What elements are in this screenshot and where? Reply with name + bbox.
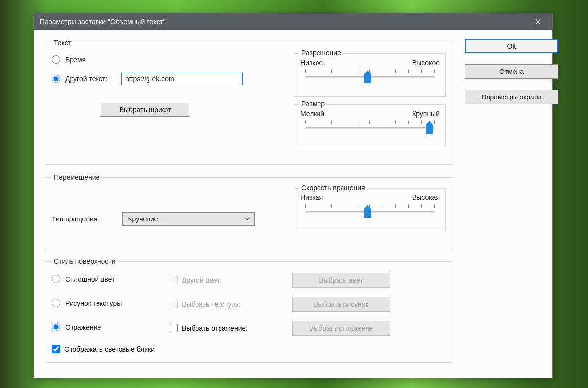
resolution-legend: Разрешение (299, 49, 343, 57)
radio-time[interactable] (52, 55, 60, 64)
checkbox-show-highlights[interactable] (52, 345, 60, 353)
text-group: Текст Время Другой текст: (45, 39, 453, 165)
resolution-low-label: Низкое (300, 59, 323, 67)
text-group-legend: Текст (52, 39, 73, 47)
choose-font-button[interactable]: Выбрать шрифт (101, 103, 189, 117)
display-params-button[interactable]: Параметры экрана (465, 90, 558, 104)
choose-reflection-button: Выбрать отражение (292, 321, 390, 336)
checkbox-choose-texture (170, 300, 178, 308)
size-slider-group: Размер Мелкий Крупный (294, 104, 446, 147)
checkbox-show-highlights-label: Отображать световые блики (64, 345, 155, 353)
dialog-content: Текст Время Другой текст: (34, 30, 552, 378)
surface-group: Стиль поверхности Сплошной цвет Другой ц… (45, 257, 453, 363)
window-title: Параметры заставки "Объемный текст" (40, 18, 166, 25)
speed-slider[interactable] (300, 204, 440, 222)
resolution-slider[interactable] (300, 70, 440, 87)
radio-custom-text[interactable] (52, 75, 60, 83)
choose-picture-button: Выбрать рисунок (292, 297, 390, 312)
dialog-window: Параметры заставки "Объемный текст" Текс… (33, 13, 553, 378)
radio-solid-color-label: Сплошной цвет (65, 275, 115, 283)
radio-texture-picture-label: Рисунок текстуры (65, 299, 122, 307)
cancel-button[interactable]: Отмена (465, 64, 558, 79)
checkbox-custom-color-label: Другой цвет: (182, 276, 221, 284)
chevron-down-icon (245, 217, 250, 221)
radio-solid-color[interactable] (52, 275, 60, 283)
move-group: Перемещение Тип вращения: Кручение (45, 173, 453, 248)
resolution-slider-group: Разрешение Низкое Высокое (294, 53, 446, 97)
speed-high-label: Высокая (412, 194, 440, 201)
speed-slider-group: Скорость вращения Низкая Высокая (294, 188, 446, 231)
radio-reflection[interactable] (52, 323, 60, 331)
size-slider[interactable] (300, 121, 440, 138)
radio-custom-text-label: Другой текст: (65, 75, 107, 83)
close-icon[interactable] (530, 13, 546, 30)
resolution-high-label: Высокое (412, 59, 440, 67)
titlebar: Параметры заставки "Объемный текст" (34, 13, 552, 30)
size-high-label: Крупный (412, 110, 440, 118)
speed-low-label: Низкая (300, 194, 323, 201)
checkbox-custom-color (170, 276, 178, 284)
size-low-label: Мелкий (300, 110, 324, 118)
checkbox-choose-reflection[interactable] (170, 324, 178, 332)
checkbox-choose-texture-label: Выбрать текстуру: (182, 300, 241, 308)
checkbox-choose-reflection-label: Выбрать отражение: (182, 324, 247, 332)
custom-text-input[interactable] (121, 73, 243, 85)
radio-time-label: Время (65, 56, 86, 64)
choose-color-button: Выбрать цвет (292, 273, 390, 288)
surface-group-legend: Стиль поверхности (52, 257, 118, 265)
rotation-type-combo[interactable]: Кручение (122, 212, 255, 226)
radio-texture-picture[interactable] (52, 299, 60, 307)
radio-reflection-label: Отражение (65, 323, 101, 331)
rotation-type-value: Кручение (128, 215, 158, 223)
move-group-legend: Перемещение (52, 173, 101, 181)
speed-legend: Скорость вращения (299, 184, 367, 192)
side-buttons: ОК Отмена Параметры экрана (465, 39, 558, 104)
size-legend: Размер (299, 100, 327, 108)
ok-button[interactable]: ОК (465, 39, 558, 53)
rotation-type-label: Тип вращения: (52, 215, 99, 223)
